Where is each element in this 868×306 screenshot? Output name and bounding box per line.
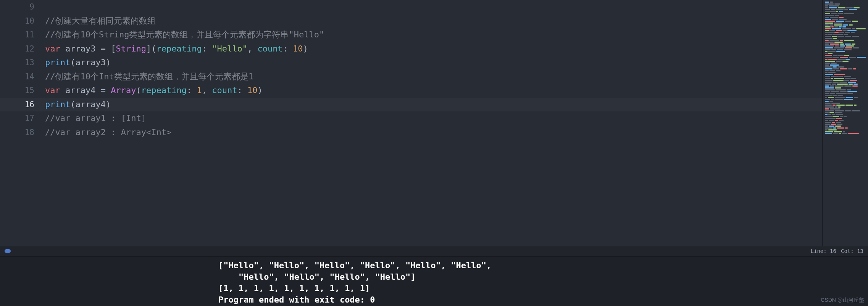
code-line[interactable]: 10//创建大量有相同元素的数组 [0, 14, 822, 28]
line-number: 13 [0, 56, 45, 70]
line-number: 14 [0, 70, 45, 84]
watermark-text: CSDN @山河丘壑 [821, 297, 864, 304]
run-indicator-icon[interactable] [5, 249, 11, 253]
line-number: 18 [0, 126, 45, 140]
code-content[interactable]: //var array2 : Array<Int> [45, 126, 171, 140]
line-number: 11 [0, 28, 45, 42]
code-content[interactable]: //var array1 : [Int] [45, 111, 146, 126]
code-line[interactable]: 15var array4 = Array(repeating: 1, count… [0, 84, 822, 98]
line-number: 17 [0, 111, 45, 126]
code-line[interactable]: 11//创建有10个String类型元素的数组，并且每个元素都为字符串"Hell… [0, 28, 822, 42]
code-content[interactable]: print(array4) [45, 98, 111, 112]
code-content[interactable]: print(array3) [45, 56, 111, 70]
line-number: 15 [0, 84, 45, 98]
console-panel: ["Hello", "Hello", "Hello", "Hello", "He… [0, 256, 868, 306]
code-line[interactable]: 9 [0, 0, 822, 14]
code-line[interactable]: 16print(array4) [0, 98, 822, 112]
code-content[interactable]: var array4 = Array(repeating: 1, count: … [45, 84, 263, 98]
line-number: 12 [0, 42, 45, 56]
code-content[interactable]: //创建大量有相同元素的数组 [45, 14, 156, 28]
code-line[interactable]: 17//var array1 : [Int] [0, 111, 822, 126]
code-editor[interactable]: 910//创建大量有相同元素的数组11//创建有10个String类型元素的数组… [0, 0, 822, 246]
status-bar: Line: 16 Col: 13 [0, 246, 868, 256]
code-line[interactable]: 13print(array3) [0, 56, 822, 70]
editor-area: 910//创建大量有相同元素的数组11//创建有10个String类型元素的数组… [0, 0, 868, 246]
minimap[interactable] [822, 0, 868, 246]
code-line[interactable]: 12var array3 = [String](repeating: "Hell… [0, 42, 822, 56]
line-number: 16 [0, 98, 45, 112]
code-content[interactable]: //创建有10个Int类型元素的数组，并且每个元素都是1 [45, 70, 253, 84]
cursor-col-label: Col: 13 [841, 248, 863, 254]
cursor-line-label: Line: 16 [811, 248, 836, 254]
code-content[interactable]: var array3 = [String](repeating: "Hello"… [45, 42, 308, 56]
code-line[interactable]: 14//创建有10个Int类型元素的数组，并且每个元素都是1 [0, 70, 822, 84]
line-number: 9 [0, 0, 45, 14]
console-left-pane[interactable] [0, 257, 218, 306]
code-line[interactable]: 18//var array2 : Array<Int> [0, 126, 822, 140]
console-output[interactable]: ["Hello", "Hello", "Hello", "Hello", "He… [218, 257, 868, 306]
line-number: 10 [0, 14, 45, 28]
code-content[interactable]: //创建有10个String类型元素的数组，并且每个元素都为字符串"Hello" [45, 28, 324, 42]
